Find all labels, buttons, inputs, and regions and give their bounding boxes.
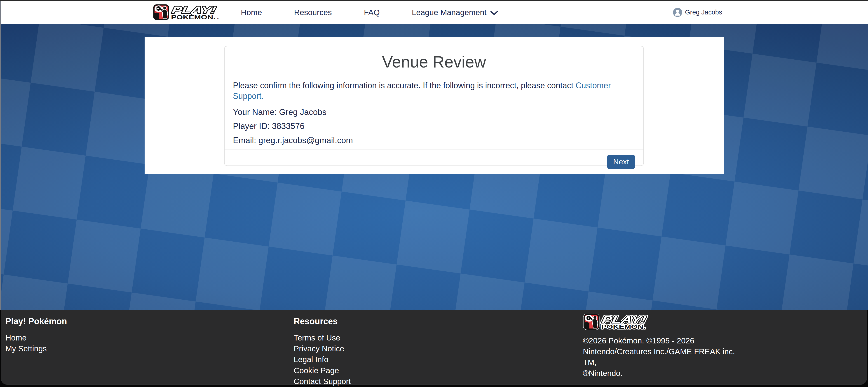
primary-nav: Home Resources FAQ League Management bbox=[241, 1, 498, 24]
footer-link-cookie-page[interactable]: Cookie Page bbox=[294, 365, 351, 376]
user-avatar-icon bbox=[673, 8, 682, 17]
player-email-row: Email: greg.r.jacobs@gmail.com bbox=[233, 135, 635, 146]
chevron-down-icon bbox=[490, 11, 498, 15]
copyright-text: ©2026 Pokémon. ©1995 - 2026 Nintendo/Cre… bbox=[583, 335, 746, 379]
svg-text:™: ™ bbox=[647, 327, 649, 330]
footer-link-legal-info[interactable]: Legal Info bbox=[294, 354, 351, 365]
window-left-edge bbox=[0, 0, 1, 310]
trainer-silhouette bbox=[162, 9, 167, 19]
svg-text:POKÉMON.: POKÉMON. bbox=[601, 324, 646, 330]
svg-text:PLAY!: PLAY! bbox=[601, 314, 647, 325]
player-id-row: Player ID: 3833576 bbox=[233, 121, 635, 132]
window-top-edge bbox=[0, 0, 868, 1]
footer-column-legal: PLAY! PLAY! POKÉMON. POKÉMON. ™ ©2026 Po… bbox=[583, 313, 746, 379]
footer-column-play-pokemon: Play! Pokémon Home My Settings bbox=[5, 317, 67, 354]
next-button[interactable]: Next bbox=[607, 155, 635, 169]
footer-panel: Play! Pokémon Home My Settings Resources… bbox=[1, 310, 867, 385]
nav-item-home[interactable]: Home bbox=[241, 8, 262, 17]
nav-item-resources[interactable]: Resources bbox=[294, 8, 332, 17]
content-panel: Venue Review Please confirm the followin… bbox=[145, 37, 724, 174]
venue-review-card: Venue Review Please confirm the followin… bbox=[224, 46, 644, 166]
play-pokemon-logo[interactable]: PLAY! PLAY! POKÉMON. POKÉMON. ™ bbox=[153, 3, 220, 21]
footer-link-privacy-notice[interactable]: Privacy Notice bbox=[294, 343, 351, 354]
nav-item-faq[interactable]: FAQ bbox=[364, 8, 380, 17]
user-name: Greg Jacobs bbox=[685, 8, 722, 16]
footer-link-my-settings[interactable]: My Settings bbox=[5, 343, 67, 354]
play-pokemon-logo: PLAY! PLAY! POKÉMON. POKÉMON. ™ bbox=[583, 313, 651, 330]
page-footer: Play! Pokémon Home My Settings Resources… bbox=[0, 310, 868, 387]
footer-link-home[interactable]: Home bbox=[5, 332, 67, 343]
user-menu[interactable]: Greg Jacobs bbox=[673, 1, 722, 24]
logo-play-text: PLAY! bbox=[171, 4, 217, 15]
player-name-row: Your Name: Greg Jacobs bbox=[233, 107, 635, 118]
confirmation-text: Please confirm the following information… bbox=[233, 80, 635, 102]
logo-pokemon-text: POKÉMON. bbox=[171, 14, 216, 20]
card-body: Please confirm the following information… bbox=[224, 71, 644, 149]
page-title: Venue Review bbox=[224, 53, 644, 71]
logo-icon-black-corner bbox=[154, 13, 159, 20]
footer-heading-resources: Resources bbox=[294, 317, 351, 326]
footer-heading-play-pokemon: Play! Pokémon bbox=[5, 317, 67, 326]
footer-link-contact-support[interactable]: Contact Support bbox=[294, 376, 351, 387]
nav-item-league-management[interactable]: League Management bbox=[412, 8, 498, 17]
logo-tm-mark: ™ bbox=[216, 18, 219, 20]
player-info: Your Name: Greg Jacobs Player ID: 383357… bbox=[233, 107, 635, 146]
play-pokemon-venue-review-page: PLAY! PLAY! POKÉMON. POKÉMON. ™ Home Res… bbox=[0, 0, 868, 387]
card-footer: Next bbox=[224, 149, 644, 174]
footer-link-terms-of-use[interactable]: Terms of Use bbox=[294, 332, 351, 343]
footer-column-resources: Resources Terms of Use Privacy Notice Le… bbox=[294, 317, 351, 387]
top-navigation-bar: PLAY! PLAY! POKÉMON. POKÉMON. ™ Home Res… bbox=[0, 1, 868, 24]
